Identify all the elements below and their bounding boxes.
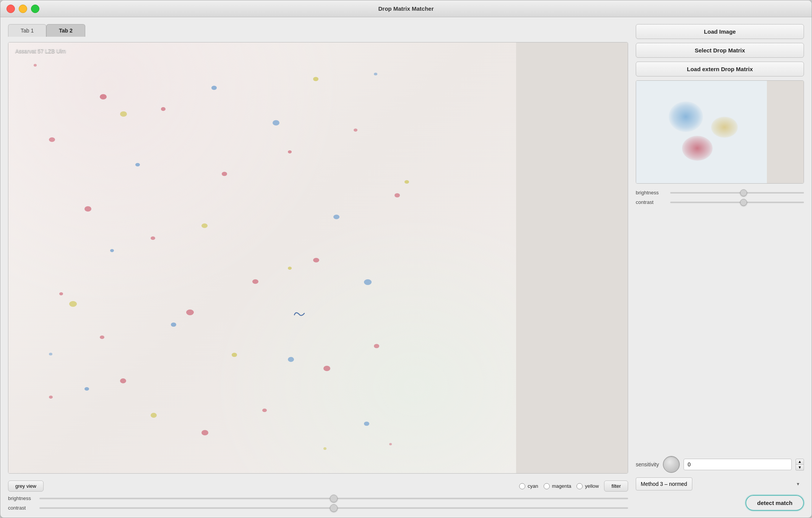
right-contrast-slider[interactable] (670, 202, 804, 203)
bottom-controls: grey view cyan magenta yellow (8, 479, 628, 511)
grey-view-button[interactable]: grey view (8, 481, 44, 492)
detect-match-button[interactable]: detect match (745, 495, 804, 511)
tab-bar: Tab 1 Tab 2 (8, 24, 628, 37)
right-panel: Load Image Select Drop Matrix Load exter… (636, 24, 804, 511)
thumb-blue-dot (669, 101, 703, 132)
step-up-button[interactable]: ▲ (796, 459, 804, 465)
tab-1[interactable]: Tab 1 (8, 24, 46, 37)
right-brightness-label: brightness (636, 190, 666, 195)
image-label: Assarvat 57 LZB Ulm (15, 48, 66, 54)
image-right-panel (516, 42, 628, 473)
filter-button[interactable]: filter (604, 481, 628, 492)
thumbnail-image (636, 81, 767, 183)
thumb-red-dot (682, 136, 713, 161)
cyan-label: cyan (528, 483, 538, 489)
contrast-slider-row: contrast (8, 505, 628, 511)
sensitivity-row: sensitivity ▲ ▼ (636, 456, 804, 473)
contrast-label: contrast (8, 505, 35, 511)
sensitivity-label: sensitivity (636, 461, 659, 468)
traffic-lights (6, 5, 39, 13)
app-window: Drop Matrix Matcher Tab 1 Tab 2 Assarvat… (0, 0, 812, 518)
brightness-slider[interactable] (39, 498, 628, 499)
controls-row: grey view cyan magenta yellow (8, 481, 628, 492)
window-title: Drop Matrix Matcher (378, 5, 434, 12)
load-extern-button[interactable]: Load extern Drop Matrix (636, 62, 804, 77)
sensitivity-dial[interactable] (663, 456, 680, 473)
image-container: Assarvat 57 LZB Ulm (8, 42, 628, 474)
fabric-image (8, 42, 516, 473)
magenta-label: magenta (552, 483, 572, 489)
thumbnail-container (636, 80, 804, 184)
thumb-yellow-dot (711, 117, 738, 138)
cyan-radio[interactable] (519, 483, 525, 489)
right-sliders: brightness contrast (636, 187, 804, 207)
magenta-radio-group: magenta (544, 483, 572, 489)
right-contrast-label: contrast (636, 199, 666, 205)
method-select-row: Method 3 – normed Method 1 Method 2 ▼ (636, 477, 804, 490)
method-select[interactable]: Method 3 – normed Method 1 Method 2 (636, 477, 692, 490)
select-drop-matrix-button[interactable]: Select Drop Matrix (636, 43, 804, 58)
sensitivity-input[interactable] (684, 459, 792, 470)
yellow-radio-group: yellow (577, 483, 599, 489)
step-down-button[interactable]: ▼ (796, 465, 804, 471)
method-select-wrapper: Method 3 – normed Method 1 Method 2 ▼ (636, 477, 804, 490)
brightness-label: brightness (8, 495, 35, 501)
sensitivity-stepper: ▲ ▼ (796, 459, 804, 471)
contrast-slider[interactable] (39, 507, 628, 509)
close-button[interactable] (6, 5, 15, 13)
main-content: Tab 1 Tab 2 Assarvat 57 LZB Ulm (0, 17, 812, 518)
minimize-button[interactable] (19, 5, 27, 13)
cyan-radio-group: cyan (519, 483, 538, 489)
bottom-right-controls: sensitivity ▲ ▼ Method 3 – normed Method… (636, 456, 804, 511)
right-brightness-slider[interactable] (670, 192, 804, 194)
select-arrow-icon: ▼ (796, 482, 800, 486)
thumbnail-right (767, 81, 804, 183)
right-brightness-row: brightness (636, 190, 804, 195)
left-panel: Tab 1 Tab 2 Assarvat 57 LZB Ulm (8, 24, 628, 511)
maximize-button[interactable] (31, 5, 39, 13)
color-filters: cyan magenta yellow filter (519, 481, 628, 492)
yellow-label: yellow (585, 483, 599, 489)
load-image-button[interactable]: Load Image (636, 24, 804, 39)
brightness-slider-row: brightness (8, 495, 628, 501)
magenta-radio[interactable] (544, 483, 550, 489)
tab-2[interactable]: Tab 2 (46, 24, 85, 37)
yellow-radio[interactable] (577, 483, 583, 489)
right-contrast-row: contrast (636, 199, 804, 205)
title-bar: Drop Matrix Matcher (0, 0, 812, 17)
